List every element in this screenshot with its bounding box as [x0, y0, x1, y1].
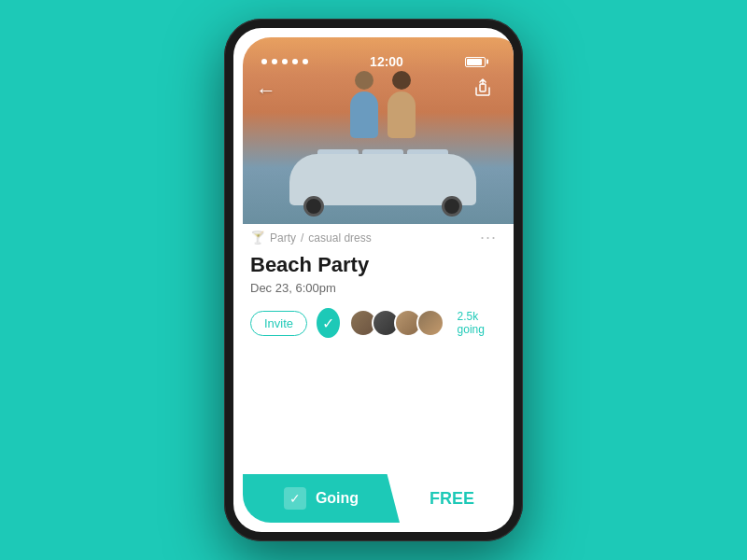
dress-code: casual dress	[308, 231, 371, 245]
attendees-row: Invite ✓ 2.5k going	[250, 308, 497, 338]
person-2	[388, 71, 416, 138]
separator: /	[301, 231, 303, 245]
status-icons	[465, 57, 486, 67]
phone-frame: 12:00	[224, 19, 523, 541]
category-label: Party	[270, 231, 296, 245]
battery-icon	[465, 57, 486, 67]
signal-dot	[282, 59, 288, 64]
party-icon: 🍸	[250, 231, 265, 245]
screen-inner: 12:00	[233, 28, 514, 532]
signal-dot	[303, 59, 308, 64]
going-count: 2.5k going	[458, 310, 497, 336]
status-bar: 12:00	[243, 37, 504, 78]
going-checkbox-icon: ✓	[284, 487, 306, 510]
share-button[interactable]	[474, 78, 491, 102]
going-check-icon[interactable]: ✓	[317, 308, 340, 338]
phone-screen: 12:00	[233, 28, 514, 532]
van-scene	[243, 103, 514, 224]
van-wheel-front	[303, 196, 324, 217]
back-button[interactable]: ←	[256, 78, 276, 103]
person-2-body	[388, 91, 416, 138]
van-wheel-rear	[442, 196, 462, 217]
person-1-body	[350, 91, 378, 138]
avatar-group	[349, 309, 444, 337]
content-area: 🍸 Party / casual dress ··· Beach Party D…	[233, 215, 514, 338]
going-section[interactable]: ✓ Going	[243, 474, 400, 523]
event-meta: 🍸 Party / casual dress ···	[250, 228, 497, 247]
invite-button[interactable]: Invite	[250, 311, 307, 336]
svg-rect-0	[480, 84, 486, 91]
signal-dot	[272, 59, 277, 64]
event-date: Dec 23, 6:00pm	[250, 281, 497, 295]
signal-dot	[292, 59, 298, 64]
van-wheels	[303, 196, 462, 217]
van-body	[289, 149, 476, 224]
event-title: Beach Party	[250, 253, 497, 277]
event-category: 🍸 Party / casual dress	[250, 231, 372, 245]
free-section[interactable]: FREE	[400, 474, 504, 523]
signal-dots	[261, 59, 308, 64]
person-1	[350, 71, 378, 138]
more-options-button[interactable]: ···	[480, 228, 497, 247]
battery-fill	[467, 59, 482, 65]
free-label: FREE	[430, 489, 474, 509]
bottom-bar: ✓ Going FREE	[243, 474, 504, 523]
signal-dot	[261, 59, 267, 64]
status-time: 12:00	[370, 54, 403, 69]
going-label: Going	[316, 490, 359, 507]
attendee-avatar-4	[416, 309, 444, 337]
